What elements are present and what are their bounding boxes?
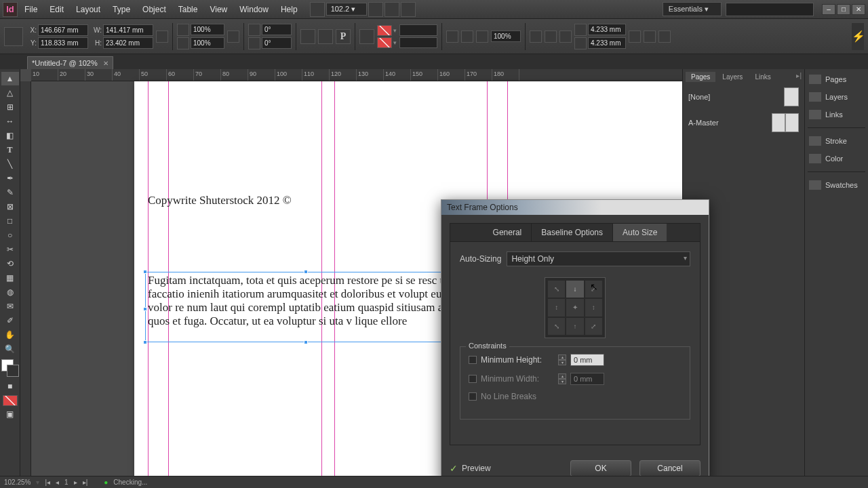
stroke-style-dd[interactable] [399, 37, 437, 48]
corner-icon[interactable] [574, 24, 587, 36]
arrange-icon[interactable] [401, 2, 416, 17]
fx-icon-3[interactable] [476, 30, 488, 43]
tab-close-icon[interactable]: ✕ [103, 60, 108, 67]
panel-swatches[interactable]: Swatches [808, 178, 865, 192]
min-height-field[interactable] [570, 354, 604, 366]
scale-x-field[interactable] [191, 24, 224, 35]
pencil-tool[interactable]: ✎ [1, 186, 19, 199]
note-tool[interactable]: ✉ [1, 300, 19, 313]
min-h-step-down[interactable]: ▾ [558, 360, 566, 365]
workspace-dropdown[interactable]: Essentials ▾ [663, 2, 722, 16]
rectangle-frame-tool[interactable]: ⊠ [1, 200, 19, 214]
menu-edit[interactable]: Edit [44, 2, 69, 17]
opacity-field[interactable] [491, 30, 521, 42]
selection-tool[interactable]: ▲ [1, 72, 19, 85]
corner-icon-2[interactable] [574, 37, 587, 49]
ref-bc[interactable]: ↑ [566, 318, 583, 335]
direct-selection-tool[interactable]: △ [1, 86, 19, 100]
page-nav-first-icon[interactable]: |◂ [45, 479, 50, 486]
page-tool[interactable]: ⊞ [1, 100, 19, 114]
ref-tr[interactable]: ⤢ [585, 281, 602, 298]
auto-sizing-dropdown[interactable]: Height Only [507, 251, 690, 266]
master-none-row[interactable]: [None] [688, 87, 799, 106]
menu-file[interactable]: File [19, 2, 43, 17]
view-mode-icon[interactable]: ▣ [1, 407, 19, 421]
scissors-tool[interactable]: ✂ [1, 243, 19, 256]
free-transform-tool[interactable]: ⟲ [1, 257, 19, 270]
scale-y-field[interactable] [191, 37, 224, 49]
eyedropper-tool[interactable]: ✐ [1, 314, 19, 327]
menu-table[interactable]: Table [173, 2, 203, 17]
stroke-swatch-icon[interactable] [377, 37, 392, 48]
line-tool[interactable]: ╲ [1, 157, 19, 171]
screen-mode-icon[interactable] [384, 2, 399, 17]
type-tool[interactable]: T [1, 143, 19, 157]
search-input[interactable] [726, 3, 814, 16]
zoom-tool[interactable]: 🔍 [1, 342, 19, 356]
panel-tab-layers[interactable]: Layers [717, 72, 748, 82]
zoom-level[interactable]: 102.2 ▾ [326, 3, 368, 16]
corner-field-2[interactable] [588, 37, 626, 49]
menu-window[interactable]: Window [234, 2, 274, 17]
menu-help[interactable]: Help [275, 2, 303, 17]
ellipse-tool[interactable]: ○ [1, 228, 19, 242]
constrain-scale-icon[interactable] [227, 30, 239, 43]
panel-tab-pages[interactable]: Pages [686, 72, 715, 82]
panel-color[interactable]: Color [808, 151, 865, 166]
panel-pages[interactable]: Pages [808, 72, 865, 87]
minimize-button[interactable]: – [822, 4, 835, 15]
panel-stroke[interactable]: Stroke [808, 134, 865, 148]
ref-tc[interactable]: ↓ [566, 281, 583, 298]
fill-swatch-icon[interactable] [377, 25, 392, 36]
status-zoom[interactable]: 102.25% [4, 479, 31, 486]
page-nav-next-icon[interactable]: ▸ [74, 479, 77, 486]
gap-tool[interactable]: ↔ [1, 115, 19, 128]
pen-tool[interactable]: ✒ [1, 171, 19, 185]
apply-none-icon[interactable] [3, 395, 18, 406]
ref-br[interactable]: ⤢ [585, 318, 602, 335]
content-collector-tool[interactable]: ◧ [1, 129, 19, 142]
text-frame-1[interactable]: Copywrite Shuterstock 2012 © [148, 194, 292, 207]
stroke-weight-field[interactable] [399, 24, 437, 36]
select-content-icon[interactable] [359, 29, 374, 44]
panel-layers[interactable]: Layers [808, 89, 865, 104]
w-field[interactable] [103, 24, 153, 36]
constrain-wh-icon[interactable] [156, 30, 168, 43]
fx-icon-1[interactable] [446, 30, 458, 43]
close-button[interactable]: ✕ [852, 4, 865, 15]
ref-mc[interactable]: ✦ [566, 299, 583, 316]
selected-text-frame[interactable] [145, 272, 462, 342]
menu-view[interactable]: View [204, 2, 233, 17]
maximize-button[interactable]: □ [837, 4, 850, 15]
wrap-3-icon[interactable] [559, 30, 572, 43]
tab-auto-size[interactable]: Auto Size [613, 224, 667, 241]
gradient-swatch-tool[interactable]: ▦ [1, 271, 19, 285]
ref-tl[interactable]: ⤡ [548, 281, 565, 298]
document-tab[interactable]: *Untitled-7 @ 102% ✕ [27, 56, 113, 69]
misc-icon-2[interactable] [644, 30, 656, 43]
fill-stroke-wells[interactable] [1, 359, 19, 377]
rotate-field[interactable] [262, 24, 292, 35]
h-field[interactable] [103, 37, 153, 49]
min-height-checkbox[interactable] [469, 356, 477, 364]
panel-collapse-icon[interactable]: ▸| [796, 72, 802, 82]
menu-object[interactable]: Object [137, 2, 172, 17]
preview-checkbox[interactable]: ✓ Preview [450, 463, 491, 474]
ok-button[interactable]: OK [570, 460, 631, 476]
status-page[interactable]: 1 [64, 479, 68, 486]
fx-icon-2[interactable] [461, 30, 473, 43]
dialog-title[interactable]: Text Frame Options [441, 200, 709, 215]
corner-field-1[interactable] [588, 24, 626, 35]
page-nav-prev-icon[interactable]: ◂ [56, 479, 59, 486]
flip-icon[interactable] [318, 29, 333, 44]
gradient-feather-tool[interactable]: ◍ [1, 285, 19, 299]
ref-mr[interactable]: ↕ [585, 299, 602, 316]
master-a-row[interactable]: A-Master [688, 113, 799, 132]
bridge-icon[interactable] [310, 2, 325, 17]
hand-tool[interactable]: ✋ [1, 328, 19, 342]
shear-field[interactable] [262, 37, 292, 49]
view-options-icon[interactable] [368, 2, 383, 17]
x-field[interactable] [38, 24, 88, 36]
apply-color-icon[interactable]: ■ [1, 380, 19, 393]
tab-general[interactable]: General [484, 224, 532, 241]
